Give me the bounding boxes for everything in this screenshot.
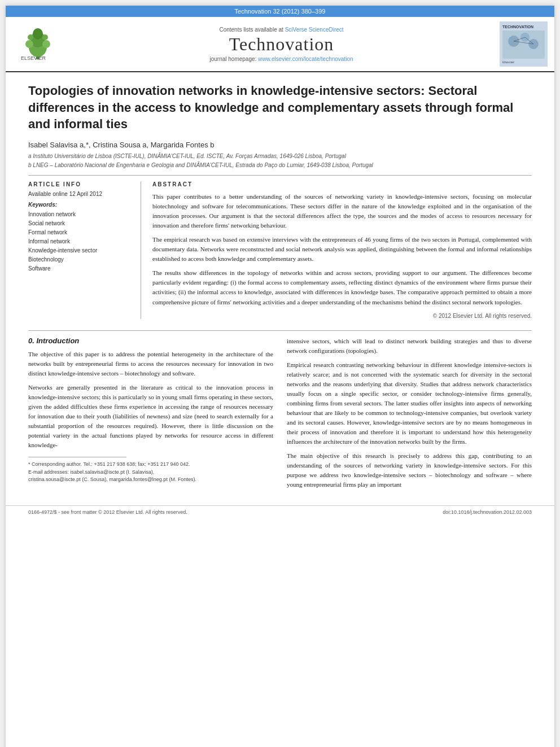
- sciverse-anchor[interactable]: SciVerse ScienceDirect: [285, 27, 344, 33]
- abstract-text: This paper contributes to a better under…: [152, 192, 532, 307]
- body-left-column: 0. Introduction The objective of this pa…: [28, 337, 273, 495]
- intro-heading: 0. Introduction: [28, 337, 273, 345]
- footnotes: * Corresponding author. Tel.: +351 217 9…: [28, 461, 273, 484]
- elsevier-logo: ELSEVIER: [12, 27, 63, 61]
- journal-header: ELSEVIER Contents lists available at Sci…: [6, 17, 554, 72]
- body-right-column: intensive sectors, which will lead to di…: [287, 337, 532, 495]
- affiliations: a Instituto Universitário de Lisboa (ISC…: [28, 152, 532, 169]
- intro-right-para-2: Empirical research contrasting networkin…: [287, 360, 532, 447]
- svg-point-6: [28, 34, 33, 40]
- homepage-link[interactable]: www.elsevier.com/locate/technovation: [258, 56, 353, 62]
- svg-point-4: [25, 40, 33, 48]
- article-info-column: ARTICLE INFO Available online 12 April 2…: [28, 181, 141, 319]
- keyword-3: Informal network: [28, 237, 133, 246]
- footnote-email1: E-mail addresses: isabel.salavisa@iscte.…: [28, 469, 273, 477]
- available-online: Available online 12 April 2012: [28, 191, 133, 197]
- intro-para-2: Networks are generally presented in the …: [28, 383, 273, 450]
- keywords-label: Keywords:: [28, 202, 133, 208]
- footnote-divider: [28, 457, 126, 457]
- journal-thumbnail: TECHNOVATION Elsevier: [500, 21, 548, 67]
- svg-point-5: [42, 40, 50, 48]
- svg-point-7: [42, 34, 48, 40]
- keyword-2: Formal network: [28, 228, 133, 237]
- intro-right-para-1: intensive sectors, which will lead to di…: [287, 337, 532, 356]
- body-two-col: 0. Introduction The objective of this pa…: [28, 337, 532, 495]
- elsevier-tree-icon: ELSEVIER: [18, 27, 58, 61]
- article-title: Topologies of innovation networks in kno…: [28, 82, 532, 133]
- sciverse-link: Contents lists available at SciVerse Sci…: [69, 27, 494, 33]
- svg-text:Elsevier: Elsevier: [502, 60, 514, 64]
- journal-center: Contents lists available at SciVerse Sci…: [69, 27, 494, 62]
- footer-doi: doi:10.1016/j.technovation.2012.02.003: [443, 509, 532, 515]
- keyword-1: Social network: [28, 219, 133, 228]
- abstract-para-3: The results show differences in the topo…: [152, 268, 532, 307]
- abstract-heading: ABSTRACT: [152, 181, 532, 187]
- intro-para-1: The objective of this paper is to addres…: [28, 350, 273, 378]
- keyword-0: Innovation network: [28, 210, 133, 219]
- abstract-para-1: This paper contributes to a better under…: [152, 192, 532, 230]
- footnote-email2: cristina.sousa@iscte.pt (C. Sousa), marg…: [28, 476, 273, 484]
- authors-line: Isabel Salavisa a,*, Cristina Sousa a, M…: [28, 141, 532, 149]
- copyright-line: © 2012 Elsevier Ltd. All rights reserved…: [152, 313, 532, 319]
- keyword-4: Knowledge-intensive sector: [28, 246, 133, 255]
- footnote-star: * Corresponding author. Tel.: +351 217 9…: [28, 461, 273, 469]
- journal-homepage: journal homepage: www.elsevier.com/locat…: [69, 56, 494, 62]
- body-right-text: intensive sectors, which will lead to di…: [287, 337, 532, 490]
- abstract-column: ABSTRACT This paper contributes to a bet…: [152, 181, 532, 319]
- page: Technovation 32 (2012) 380–399 ELSEVIER: [6, 6, 554, 747]
- journal-volume-ref: Technovation 32 (2012) 380–399: [235, 8, 326, 15]
- article-content: Topologies of innovation networks in kno…: [6, 72, 554, 330]
- body-content: 0. Introduction The objective of this pa…: [6, 331, 554, 506]
- keyword-6: Software: [28, 264, 133, 273]
- svg-text:TECHNOVATION: TECHNOVATION: [502, 25, 533, 29]
- svg-point-3: [33, 28, 43, 40]
- abstract-para-2: The empirical research was based on exte…: [152, 235, 532, 264]
- footer-issn: 0166-4972/$ - see front matter © 2012 El…: [28, 509, 187, 515]
- svg-text:ELSEVIER: ELSEVIER: [21, 55, 46, 61]
- divider-1: [28, 175, 532, 176]
- affiliation-a: a Instituto Universitário de Lisboa (ISC…: [28, 152, 532, 160]
- body-left-text: The objective of this paper is to addres…: [28, 350, 273, 450]
- affiliation-b: b LNEG – Laboratório Nacional de Engenha…: [28, 161, 532, 169]
- top-bar: Technovation 32 (2012) 380–399: [6, 6, 554, 17]
- journal-title: Technovation: [69, 34, 494, 55]
- keywords-list: Innovation network Social network Formal…: [28, 210, 133, 273]
- page-footer: 0166-4972/$ - see front matter © 2012 El…: [6, 505, 554, 518]
- article-info-heading: ARTICLE INFO: [28, 181, 133, 187]
- keyword-5: Biotechnology: [28, 255, 133, 264]
- article-meta-section: ARTICLE INFO Available online 12 April 2…: [28, 181, 532, 319]
- intro-right-para-3: The main objective of this research is p…: [287, 451, 532, 490]
